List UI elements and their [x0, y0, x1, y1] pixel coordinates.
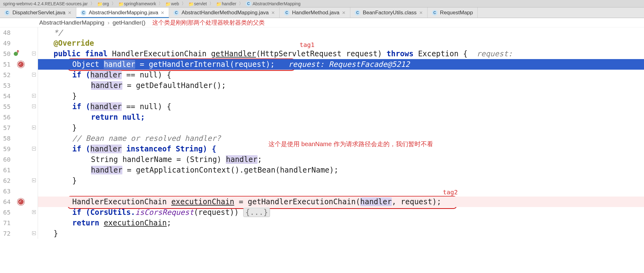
tab-bean-factory-utils[interactable]: C BeanFactoryUtils.class ✕: [350, 7, 428, 18]
svg-point-0: [14, 52, 18, 56]
tab-label: RequestMapp: [440, 10, 473, 16]
current-execution-line: Object handler = getHandlerInternal(requ…: [38, 59, 644, 70]
close-icon[interactable]: ✕: [271, 10, 275, 15]
fold-close-icon[interactable]: ⌙: [32, 231, 36, 235]
editor-tabs: C DispatcherServlet.java ✕ C AbstractHan…: [0, 7, 644, 18]
class-icon: C: [173, 10, 179, 16]
override-up-icon[interactable]: [13, 50, 20, 57]
tab-abstract-handler-method-mapping[interactable]: C AbstractHandlerMethodMapping.java ✕: [169, 7, 280, 18]
fold-gutter[interactable]: − − ⌙ − ⌙ − ⌙ + ⌙: [31, 27, 38, 239]
class-icon: C: [4, 10, 10, 16]
tab-label: DispatcherServlet.java: [12, 10, 65, 16]
code-area[interactable]: tag1 这个是使用 beanName 作为请求路径会走的，我们暂时不看 tag…: [38, 27, 644, 239]
close-icon[interactable]: ✕: [342, 10, 346, 15]
class-icon: C: [355, 10, 360, 16]
breadcrumb-method[interactable]: getHandler(): [112, 19, 145, 26]
tab-label: BeanFactoryUtils.class: [363, 10, 417, 16]
fold-toggle-icon[interactable]: −: [32, 147, 36, 150]
close-icon[interactable]: ✕: [68, 10, 72, 15]
tab-dispatcher-servlet[interactable]: C DispatcherServlet.java ✕: [0, 7, 76, 18]
tab-abstract-handler-mapping[interactable]: C AbstractHandlerMapping.java ✕: [76, 7, 169, 18]
class-icon: C: [246, 1, 251, 7]
class-icon: C: [284, 10, 290, 16]
tab-label: AbstractHandlerMethodMapping.java: [182, 10, 269, 16]
project-path-bar: spring-webmvc-4.2.4.RELEASE-sources.jar …: [0, 0, 644, 7]
fold-close-icon[interactable]: ⌙: [32, 178, 36, 182]
close-icon[interactable]: ✕: [419, 10, 423, 15]
class-icon: C: [81, 10, 86, 16]
fold-expand-icon[interactable]: +: [32, 210, 36, 214]
breadcrumb-class[interactable]: AbstractHandlerMapping: [39, 19, 104, 26]
breakpoint-icon[interactable]: [17, 198, 24, 205]
marks-gutter[interactable]: [12, 27, 31, 239]
tab-handler-method[interactable]: C HandlerMethod.java ✕: [280, 7, 350, 18]
annotation-note: 这个类是刚刚那两个处理器映射器类的父类: [152, 19, 265, 27]
package-icon: 📁: [165, 2, 170, 6]
code-editor[interactable]: 48 49 50 51 52 53 54 55 56 57 58 59 60 6…: [0, 27, 644, 239]
fold-toggle-icon[interactable]: −: [32, 73, 36, 76]
folded-code-block[interactable]: {...}: [243, 208, 270, 217]
tab-request-mapping[interactable]: C RequestMapp: [428, 7, 478, 18]
tab-label: AbstractHandlerMapping.java: [89, 10, 158, 16]
breakpoint-icon[interactable]: [17, 61, 24, 68]
line-number-gutter: 48 49 50 51 52 53 54 55 56 57 58 59 60 6…: [0, 27, 12, 239]
fold-toggle-icon[interactable]: −: [32, 52, 36, 55]
package-icon: 📁: [118, 2, 123, 6]
chevron-right-icon: ›: [107, 19, 109, 26]
fold-close-icon[interactable]: ⌙: [32, 126, 36, 129]
class-icon: C: [432, 10, 438, 16]
jar-name: spring-webmvc-4.2.4.RELEASE-sources.jar: [3, 1, 88, 6]
close-icon[interactable]: ✕: [161, 10, 164, 15]
breakpoint-line: HandlerExecutionChain executionChain = g…: [38, 197, 644, 207]
package-icon: 📁: [97, 2, 102, 6]
tab-label: HandlerMethod.java: [292, 10, 339, 16]
fold-close-icon[interactable]: ⌙: [32, 94, 36, 98]
package-icon: 📁: [216, 2, 220, 6]
code-breadcrumb: AbstractHandlerMapping › getHandler() 这个…: [0, 18, 644, 27]
package-icon: 📁: [188, 2, 193, 6]
fold-toggle-icon[interactable]: −: [32, 104, 36, 108]
